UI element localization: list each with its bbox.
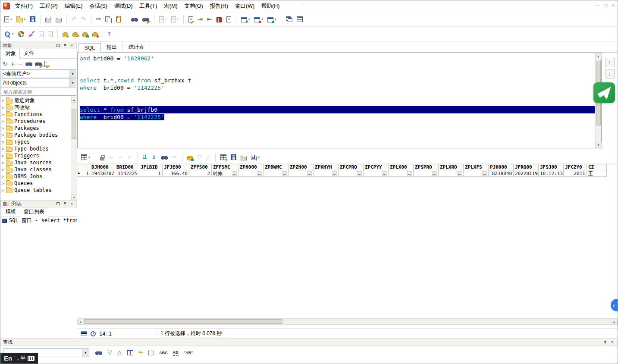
grid-cell[interactable]: 1142225 (115, 170, 139, 177)
cell-ellipsis-button[interactable]: … (307, 171, 312, 176)
object-search-input[interactable] (1, 88, 76, 95)
column-header-JFLBID[interactable]: JFLBID (139, 164, 163, 170)
panel-float-button[interactable] (55, 201, 61, 207)
paste-button[interactable] (115, 15, 122, 24)
grid-cell[interactable]: 2011 (564, 170, 587, 177)
prev-statement-button[interactable]: ↑ (605, 58, 615, 67)
chevron-right-icon[interactable]: > (1, 126, 4, 131)
cascade-windows-button[interactable] (285, 15, 294, 23)
refresh-button[interactable]: ↻ (2, 60, 9, 68)
grid-cell[interactable]: 1 (139, 170, 163, 177)
whole-word-button[interactable]: AB (172, 348, 180, 357)
commit-button[interactable] (61, 30, 69, 38)
grid-cell[interactable]: … (439, 170, 464, 177)
new-button[interactable]: ▾ (3, 15, 13, 24)
fetch-last-page-button[interactable]: ⇟ (150, 153, 158, 162)
grid-cell[interactable]: 转账… (212, 170, 238, 177)
find-object-button[interactable]: ▾ (3, 30, 15, 39)
chevron-right-icon[interactable]: > (1, 160, 4, 165)
tree-item-1[interactable]: >回收站 (1, 104, 71, 111)
search-selection-button[interactable] (147, 348, 155, 357)
print-results-button[interactable] (239, 153, 248, 162)
column-header-BRID00[interactable]: BRID00 (115, 164, 139, 170)
filter-button[interactable] (25, 60, 33, 67)
tree-item-2[interactable]: >Functions (1, 111, 71, 118)
chevron-right-icon[interactable]: > (1, 98, 4, 103)
column-header-ZPSPRO[interactable]: ZPSPRO (414, 164, 439, 170)
grid-cell[interactable]: 19430707 (90, 170, 115, 177)
chevron-right-icon[interactable]: > (1, 119, 4, 124)
scroll-right-button[interactable]: ► (612, 319, 618, 325)
wps-overlay-icon[interactable] (593, 82, 615, 103)
grid-cell[interactable]: … (238, 170, 264, 177)
menu-item-9[interactable]: 窗口(W) (232, 1, 258, 12)
column-header-CZ[interactable]: CZ (587, 164, 607, 170)
menu-item-6[interactable]: 宏(M) (160, 1, 181, 12)
panel-close-button[interactable]: × (69, 201, 75, 207)
chevron-right-icon[interactable]: > (1, 154, 4, 158)
find-in-tree-button[interactable] (34, 60, 43, 67)
find-next-button[interactable] (94, 349, 104, 357)
grid-cell[interactable]: … (339, 170, 364, 177)
grid-cell[interactable]: 8238040 (489, 170, 514, 177)
menu-item-1[interactable]: 工程(P) (36, 1, 61, 12)
edit-data-button[interactable] (187, 15, 194, 24)
grid-cell[interactable]: … (414, 170, 439, 177)
menu-item-0[interactable]: 文件(F) (12, 1, 36, 12)
tree-item-12[interactable]: >Queues (1, 180, 71, 187)
column-header-ZPLXFS[interactable]: ZPLXFS (464, 164, 489, 170)
scroll-up-button[interactable]: ▲ (596, 53, 602, 59)
grid-cell[interactable]: 2 (189, 170, 212, 177)
chevron-right-icon[interactable]: > (1, 174, 4, 179)
cut-button[interactable]: ✂ (95, 15, 103, 24)
tree-item-9[interactable]: >Java sources (1, 159, 71, 166)
column-header-ZPCPYY[interactable]: ZPCPYY (364, 164, 389, 170)
report-button[interactable]: ▾ (250, 154, 261, 161)
tree-scrollbar[interactable]: ▲ ▼ (71, 97, 77, 200)
unindent-button[interactable]: ⇤ (206, 15, 213, 24)
logoff-button[interactable] (91, 30, 99, 38)
chevron-right-icon[interactable]: > (1, 147, 4, 151)
cell-ellipsis-button[interactable]: … (432, 171, 437, 176)
cell-ellipsis-button[interactable]: … (257, 171, 262, 176)
replace-button[interactable] (141, 16, 151, 23)
cell-ellipsis-button[interactable]: … (457, 171, 462, 176)
hscroll-thumb[interactable] (84, 319, 282, 324)
ime-bar[interactable]: En '，半 (0, 353, 38, 364)
sql-editor[interactable]: and brid00 = '1028062' select t.*,rowid … (77, 53, 602, 148)
tree-item-0[interactable]: >最近对象 (1, 97, 71, 104)
tree-item-8[interactable]: >Triggers (1, 152, 71, 159)
menu-item-2[interactable]: 编辑(E) (61, 1, 86, 12)
grid-cell[interactable]: 10:12:13 (539, 170, 564, 177)
browser-settings-button[interactable] (44, 60, 50, 68)
column-header-ZPLX00[interactable]: ZPLX00 (389, 164, 414, 170)
window-list-item-0[interactable]: SQL 窗口 - select *from all (0, 217, 77, 224)
doc-tab-1[interactable]: 输出 (101, 42, 123, 52)
tree-item-7[interactable]: >Type bodies (1, 145, 71, 152)
case-sensitive-button[interactable]: ABC (158, 349, 169, 357)
keyboard-icon[interactable] (28, 356, 35, 361)
grid-cell[interactable]: 366.40 (163, 170, 189, 177)
column-header-ZPH000[interactable]: ZPH000 (238, 164, 264, 170)
row-indicator[interactable]: ▶1 (77, 170, 90, 177)
tree-scroll-thumb[interactable] (72, 109, 76, 139)
objects-tab-0[interactable]: 对象 (2, 49, 20, 59)
grid-cell[interactable]: … (264, 170, 289, 177)
describe-button[interactable] (225, 15, 232, 24)
print-preview-button[interactable] (54, 15, 63, 24)
column-header-ZFFS00[interactable]: ZFFS00 (189, 164, 212, 170)
column-header-ZFFSMC[interactable]: ZFFSMC (212, 164, 238, 170)
execute-button[interactable]: ▾ (240, 15, 251, 24)
sessions-window-button[interactable]: ▾ (266, 15, 278, 24)
tree-item-11[interactable]: >DBMS_Jobs (1, 173, 71, 180)
menu-item-7[interactable]: 文档(O) (181, 1, 207, 12)
scroll-up-button[interactable]: ▲ (71, 97, 77, 103)
chevron-down-icon[interactable]: ▼ (69, 70, 76, 78)
column-header-JFJE00[interactable]: JFJE00 (163, 164, 189, 170)
refresh-query-button[interactable] (186, 153, 194, 162)
sql-editor-code[interactable]: and brid00 = '1028062' select t.*,rowid … (78, 53, 595, 148)
browser-button[interactable] (17, 30, 25, 38)
panel-pin-button[interactable] (602, 340, 608, 345)
fetch-next-page-button[interactable]: ⇊ (141, 153, 149, 162)
tree-item-10[interactable]: >Java classes (1, 166, 71, 173)
